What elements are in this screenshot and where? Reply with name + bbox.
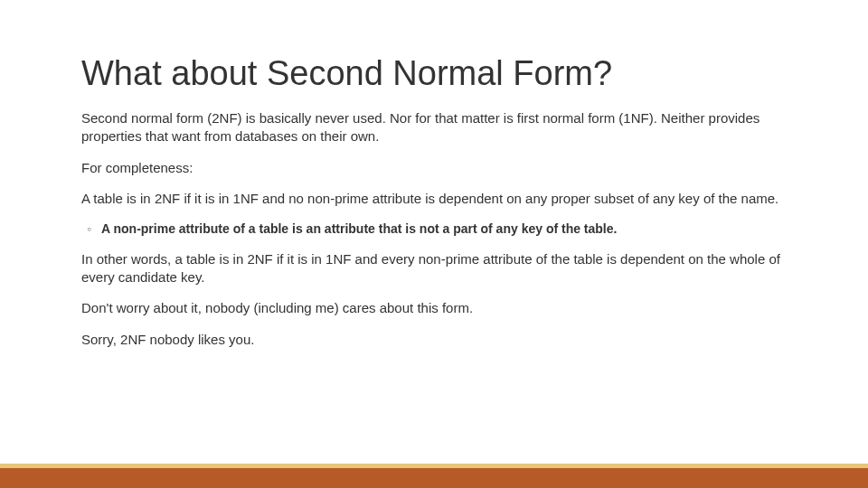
footer-bar <box>0 468 868 488</box>
paragraph-dismiss: Don't worry about it, nobody (including … <box>81 299 787 317</box>
paragraph-intro: Second normal form (2NF) is basically ne… <box>81 109 787 146</box>
paragraph-restate: In other words, a table is in 2NF if it … <box>81 250 787 287</box>
paragraph-definition: A table is in 2NF if it is in 1NF and no… <box>81 190 787 208</box>
slide-content: What about Second Normal Form? Second no… <box>0 0 868 488</box>
sub-bullet-nonprime: A non-prime attribute of a table is an a… <box>81 221 787 238</box>
slide-title: What about Second Normal Form? <box>81 54 787 93</box>
paragraph-completeness: For completeness: <box>81 159 787 177</box>
paragraph-sorry: Sorry, 2NF nobody likes you. <box>81 331 787 349</box>
